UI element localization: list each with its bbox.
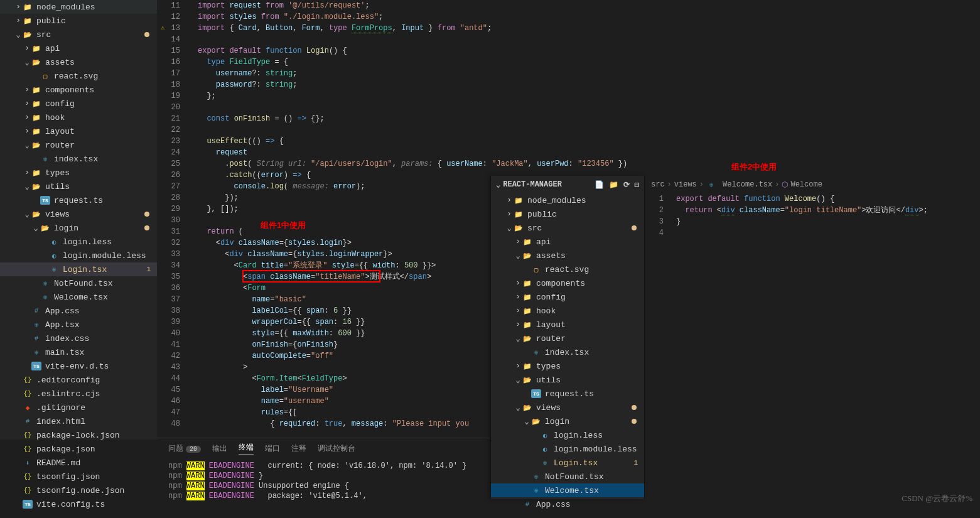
tree-item-NotFound-tsx[interactable]: ⚛NotFound.tsx [0,276,157,290]
tree-item-NotFound-tsx[interactable]: ⚛NotFound.tsx [491,470,644,483]
tree-item-index-tsx[interactable]: ⚛index.tsx [491,345,644,359]
tree-item-utils[interactable]: ⌄📂utils [0,180,157,193]
twist-icon[interactable]: ⌄ [514,403,522,413]
twist-icon[interactable]: ⌄ [23,141,31,150]
new-file-icon[interactable]: 📄 [595,180,604,190]
tab-ports[interactable]: 端口 [265,443,280,454]
code-line[interactable]: return <div className="login titleName">… [676,205,980,216]
tab-debug[interactable]: 调试控制台 [318,443,355,454]
code-line[interactable] [198,102,980,113]
tree-item-router[interactable]: ⌄📂router [491,332,644,345]
tree-item--editorconfig[interactable]: {}.editorconfig [0,373,157,387]
twist-icon[interactable]: ⌄ [31,224,40,233]
code-editor-2[interactable]: src› views› ⚛ Welcome.tsx› ⬡ Welcome 123… [644,176,980,499]
twist-icon[interactable]: › [14,3,23,11]
tree-item-views[interactable]: ⌄📂views [491,401,644,414]
tree-item-tsconfig-node-json[interactable]: {}tsconfig.node.json [0,483,157,497]
twist-icon[interactable]: ⌄ [23,210,31,219]
breadcrumb-item[interactable]: Welcome.tsx [723,180,772,189]
twist-icon[interactable]: › [514,306,522,315]
code-line[interactable]: import styles from "./login.module.less"… [198,11,980,23]
twist-icon[interactable]: ⌄ [522,417,531,426]
tree-item-types[interactable]: ›📁types [0,166,157,180]
twist-icon[interactable]: › [23,113,31,122]
twist-icon[interactable]: › [505,196,514,205]
new-folder-icon[interactable]: 📁 [609,180,618,190]
twist-icon[interactable]: › [23,85,31,94]
tree-item-login-less[interactable]: ◐login.less [0,235,157,249]
tree-item-api[interactable]: ›📁api [491,235,644,249]
code-line[interactable]: import request from '@/utils/request'; [198,0,980,11]
tree-item-public[interactable]: ›📁public [0,14,157,28]
tree-item-login-module-less[interactable]: ◐login.module.less [491,442,644,456]
tree-item-vite-config-ts[interactable]: TSvite.config.ts [0,497,157,511]
tree-item-App-css[interactable]: #App.css [0,304,157,318]
twist-icon[interactable]: › [514,279,522,288]
tree-item-index-html[interactable]: #index.html [0,414,157,428]
twist-icon[interactable]: ⌄ [505,224,514,233]
twist-icon[interactable]: › [514,237,522,246]
twist-icon[interactable]: › [514,362,522,370]
tree-item-utils[interactable]: ⌄📂utils [491,373,644,387]
tree-item-package-json[interactable]: {}package.json [0,442,157,456]
tree-item-Login-tsx[interactable]: ⚛Login.tsx1 [0,262,157,276]
tree-item-tsconfig-json[interactable]: {}tsconfig.json [0,470,157,483]
tree-item-login[interactable]: ⌄📂login [491,414,644,428]
twist-icon[interactable]: › [23,127,31,136]
tree-item-README-md[interactable]: ⬇README.md [0,456,157,470]
tree-item-index-css[interactable]: #index.css [0,332,157,345]
code-line[interactable]: username?: string; [198,68,980,79]
code-line[interactable]: }; [198,90,980,102]
breadcrumb-item[interactable]: src [651,180,665,189]
code-line[interactable]: .post( String url: "/api/users/login", p… [198,158,980,170]
tree-item-views[interactable]: ⌄📂views [0,207,157,221]
code-line[interactable]: request [198,147,980,158]
tree-item-Welcome-tsx[interactable]: ⚛Welcome.tsx [0,290,157,304]
tree-item-layout[interactable]: ›📁layout [0,124,157,138]
tree-item-login-less[interactable]: ◐login.less [491,428,644,442]
tree-item-node_modules[interactable]: ›📁node_modules [491,193,644,207]
tree-item-main-tsx[interactable]: ⚛main.tsx [0,345,157,359]
tree-item-assets[interactable]: ⌄📂assets [0,55,157,69]
tab-terminal[interactable]: 终端 [239,442,254,455]
tree-item-layout[interactable]: ›📁layout [491,318,644,332]
tree-item-config[interactable]: ›📁config [0,97,157,111]
tree-item--gitignore[interactable]: ◆.gitignore [0,401,157,414]
tree-item-src[interactable]: ⌄📂src [491,221,644,235]
tree-item-package-lock-json[interactable]: {}package-lock.json [0,428,157,442]
tree-item-react-svg[interactable]: ▢react.svg [491,262,644,276]
tab-output[interactable]: 输出 [212,443,227,454]
chevron-down-icon[interactable]: ⌄ [496,180,500,190]
tree-item-api[interactable]: ›📁api [0,41,157,55]
twist-icon[interactable]: ⌄ [14,30,23,40]
twist-icon[interactable]: › [505,210,514,219]
tree-item-vite-env-d-ts[interactable]: TSvite-env.d.ts [0,359,157,373]
tree-item--eslintrc-cjs[interactable]: {}.eslintrc.cjs [0,387,157,401]
tree-item-assets[interactable]: ⌄📂assets [491,249,644,262]
code-line[interactable]: type FieldType = { [198,57,980,68]
tree-item-src[interactable]: ⌄📂src [0,28,157,41]
twist-icon[interactable]: › [514,293,522,301]
breadcrumb-item[interactable]: Welcome [790,180,822,189]
code-line[interactable] [198,124,980,136]
tree-item-Welcome-tsx[interactable]: ⚛Welcome.tsx [491,483,644,497]
tree-item-login-module-less[interactable]: ◐login.module.less [0,249,157,262]
code-line[interactable] [198,34,980,45]
breadcrumb[interactable]: src› views› ⚛ Welcome.tsx› ⬡ Welcome [645,176,980,193]
tree-item-types[interactable]: ›📁types [491,359,644,373]
twist-icon[interactable]: ⌄ [514,375,522,385]
tree-item-App-css[interactable]: #App.css [491,497,644,511]
code-line[interactable]: export default function Welcome() { [676,193,980,205]
tree-item-Login-tsx[interactable]: ⚛Login.tsx1 [491,456,644,470]
code-line[interactable]: import { Card, Button, Form, type FormPr… [198,23,980,34]
tree-item-react-svg[interactable]: ▢react.svg [0,69,157,83]
tree-item-App-tsx[interactable]: ⚛App.tsx [0,318,157,332]
tree-item-router[interactable]: ⌄📂router [0,138,157,152]
twist-icon[interactable]: › [23,168,31,177]
tab-comments[interactable]: 注释 [291,443,306,454]
twist-icon[interactable]: › [514,320,522,329]
code-line[interactable]: export default function Login() { [198,45,980,57]
tree-item-request-ts[interactable]: TSrequest.ts [491,387,644,401]
twist-icon[interactable]: ⌄ [514,251,522,261]
twist-icon[interactable]: › [23,44,31,53]
